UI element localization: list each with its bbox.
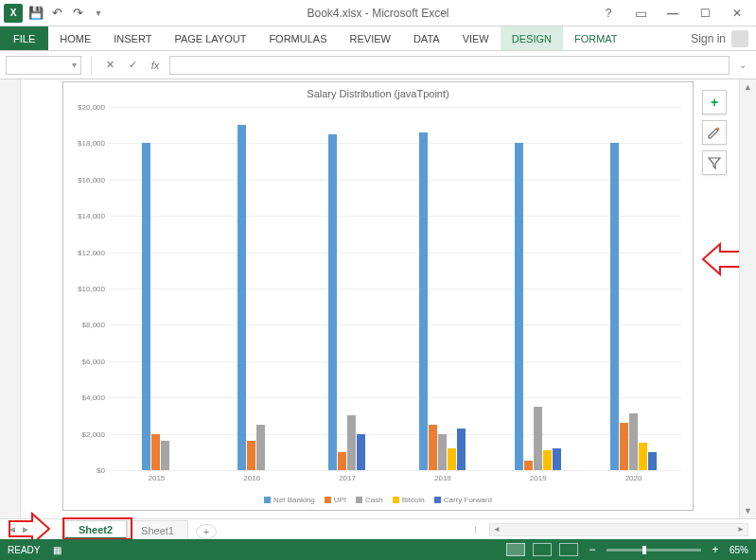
tab-home[interactable]: HOME [48, 26, 102, 50]
qat-customize-icon[interactable]: ▼ [91, 6, 106, 21]
chart-legend[interactable]: Net BankingUPICashBitcoinCarry Forward [63, 496, 693, 504]
chart-filters-button[interactable] [702, 150, 727, 175]
sign-in-label: Sign in [691, 32, 726, 45]
tab-format[interactable]: FORMAT [563, 26, 629, 50]
scroll-up-icon[interactable]: ▲ [740, 79, 756, 95]
help-icon[interactable]: ? [593, 3, 624, 24]
maximize-icon[interactable]: ☐ [690, 3, 720, 24]
view-page-break-button[interactable] [559, 543, 578, 556]
undo-icon[interactable]: ↶ [49, 6, 64, 21]
title-bar: X 💾 ↶ ↷ ▼ Book4.xlsx - Microsoft Excel ?… [0, 0, 756, 26]
save-icon[interactable]: 💾 [28, 6, 44, 21]
tab-data[interactable]: DATA [402, 26, 451, 50]
new-sheet-button[interactable]: + [196, 524, 217, 539]
worksheet-area: Salary Distribution (javaTpoint) $0$2,00… [0, 79, 756, 518]
view-page-layout-button[interactable] [533, 543, 552, 556]
zoom-out-button[interactable]: − [586, 543, 599, 556]
chart-styles-button[interactable] [702, 120, 727, 145]
macro-record-icon[interactable]: ▦ [53, 545, 62, 555]
tab-file[interactable]: FILE [0, 26, 48, 50]
minimize-icon[interactable]: — [658, 3, 688, 24]
tab-view[interactable]: VIEW [451, 26, 501, 50]
tab-review[interactable]: REVIEW [339, 26, 402, 50]
horizontal-scrollbar[interactable]: ◄ ► [489, 523, 748, 536]
chart-title[interactable]: Salary Distribution (javaTpoint) [63, 82, 693, 101]
scroll-down-icon[interactable]: ▼ [740, 503, 756, 518]
sheet-canvas[interactable]: Salary Distribution (javaTpoint) $0$2,00… [21, 79, 739, 518]
sign-in-link[interactable]: Sign in [683, 26, 756, 50]
expand-formula-bar-icon[interactable]: ⌄ [735, 60, 750, 70]
scroll-right-icon[interactable]: ► [734, 524, 747, 535]
cancel-icon[interactable]: ✕ [101, 57, 118, 74]
chart-elements-button[interactable]: + [702, 90, 727, 114]
excel-logo-icon: X [4, 4, 23, 23]
name-box[interactable]: ▾ [6, 56, 81, 75]
vertical-scrollbar[interactable]: ▲ ▼ [739, 79, 756, 518]
fx-icon[interactable]: fx [147, 57, 164, 74]
row-header-gutter [0, 79, 21, 518]
sheet-tab-sheet2[interactable]: Sheet2 [64, 520, 127, 539]
view-normal-button[interactable] [506, 543, 525, 556]
formula-bar: ▾ ✕ ✓ fx ⌄ [0, 51, 756, 79]
tab-design[interactable]: DESIGN [501, 26, 563, 50]
status-bar: READY ▦ − + 65% [0, 539, 756, 560]
tab-formulas[interactable]: FORMULAS [257, 26, 338, 50]
tab-page-layout[interactable]: PAGE LAYOUT [163, 26, 257, 50]
redo-icon[interactable]: ↷ [70, 6, 85, 21]
status-ready: READY [8, 545, 40, 555]
tab-insert[interactable]: INSERT [102, 26, 163, 50]
enter-icon[interactable]: ✓ [124, 57, 141, 74]
close-icon[interactable]: ✕ [722, 3, 752, 24]
chart-plot-area: $0$2,000$4,000$6,000$8,000$10,000$12,000… [109, 107, 681, 470]
sheet-tab-bar: ◄► Sheet2 Sheet1 + ⁞ ◄ ► [0, 518, 756, 539]
chart-object[interactable]: Salary Distribution (javaTpoint) $0$2,00… [62, 81, 694, 511]
ribbon-display-icon[interactable]: ▭ [625, 3, 656, 24]
sheet-tab-sheet1[interactable]: Sheet1 [127, 520, 188, 539]
avatar-icon [731, 30, 748, 47]
zoom-level[interactable]: 65% [730, 545, 748, 555]
zoom-in-button[interactable]: + [709, 543, 722, 556]
zoom-slider[interactable] [607, 549, 701, 551]
ribbon-tabs: FILE HOME INSERT PAGE LAYOUT FORMULAS RE… [0, 26, 756, 51]
scroll-left-icon[interactable]: ◄ [490, 524, 503, 535]
formula-input[interactable] [169, 56, 730, 75]
